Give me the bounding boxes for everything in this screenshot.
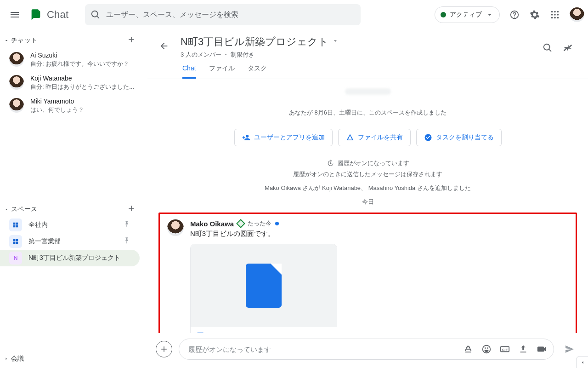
tab-tasks[interactable]: タスク (248, 64, 267, 79)
history-icon (327, 160, 334, 167)
gif-button[interactable]: GIF (497, 341, 513, 357)
apps-grid-icon (550, 10, 560, 20)
space-item[interactable]: 全社内 (0, 217, 140, 233)
tab-chat[interactable]: Chat (182, 64, 196, 79)
message-avatar[interactable] (167, 219, 184, 236)
spaces-section: スペース 全社内 第一営業部 N N町3丁目ビル新築プロジェクト (0, 200, 147, 268)
chats-header[interactable]: チャット (0, 33, 147, 48)
redacted-pill (345, 88, 391, 95)
svg-rect-15 (13, 242, 16, 244)
tab-files[interactable]: ファイル (209, 64, 235, 79)
svg-point-3 (551, 14, 553, 16)
share-file-button[interactable]: ファイルを共有 (338, 129, 411, 146)
document-icon (246, 264, 282, 308)
chat-name: Koji Watanabe (30, 74, 134, 83)
attachment-card[interactable]: drawing_20220510.afdesign (190, 244, 337, 333)
new-chat-button[interactable] (127, 35, 136, 46)
space-label: 第一営業部 (28, 237, 117, 246)
message-time: たった今 (248, 219, 271, 228)
history-on-header: 履歴がオンになっています (327, 159, 409, 167)
chat-item[interactable]: Miki Yamamotoはい、何でしょう？ (0, 94, 147, 117)
highlighted-message: Mako Oikawa たった今 N町3丁目ビルの図面です。 (158, 213, 577, 333)
arrow-left-icon (159, 41, 169, 51)
space-subtitle: 3 人のメンバー ・ 制限付き (181, 51, 531, 59)
space-icon (9, 218, 22, 231)
send-button[interactable] (560, 340, 579, 358)
space-header: N町3丁目ビル新築プロジェクト 3 人のメンバー ・ 制限付き (147, 29, 588, 59)
chevron-down-icon (486, 11, 494, 19)
search-bar[interactable] (85, 4, 361, 25)
main-layout: チャット Ai Suzuki自分: お疲れ様です。今いいですか？ Koji Wa… (0, 29, 588, 368)
search-icon (90, 10, 101, 20)
composer-input-wrap: GIF (179, 339, 554, 360)
space-item-active[interactable]: N N町3丁目ビル新築プロジェクト (0, 250, 140, 266)
chats-section: チャット Ai Suzuki自分: お疲れ様です。今いいですか？ Koji Wa… (0, 31, 147, 119)
unread-dot-icon (275, 222, 279, 225)
side-panel-toggle[interactable] (576, 356, 588, 368)
svg-text:GIF: GIF (502, 348, 508, 352)
svg-rect-14 (16, 239, 18, 242)
add-users-button[interactable]: ユーザーとアプリを追加 (234, 129, 333, 146)
message-author: Mako Oikawa (190, 220, 234, 228)
app-name: Chat (47, 9, 68, 21)
assign-task-button[interactable]: タスクを割り当てる (416, 129, 502, 146)
svg-point-0 (551, 11, 553, 13)
account-avatar[interactable] (570, 7, 584, 22)
format-button[interactable] (460, 341, 476, 357)
help-button[interactable] (505, 6, 524, 24)
space-menu-button[interactable] (332, 38, 339, 46)
upload-icon (518, 344, 528, 354)
svg-point-5 (557, 14, 559, 16)
chevron-right-icon (4, 356, 9, 362)
chat-logo-icon (29, 8, 42, 21)
space-icon: N (9, 252, 22, 264)
svg-rect-9 (13, 223, 16, 225)
meetings-header[interactable]: 会議 (0, 351, 147, 366)
new-space-button[interactable] (127, 204, 136, 215)
svg-rect-10 (16, 223, 18, 225)
search-icon (543, 43, 553, 53)
status-active-dot (441, 12, 446, 17)
svg-rect-12 (16, 225, 18, 228)
message-text: N町3丁目ビルの図面です。 (190, 230, 568, 238)
avatar (9, 98, 24, 113)
plus-icon (159, 345, 169, 354)
date-divider: 今日 (362, 198, 374, 206)
settings-button[interactable] (526, 6, 544, 24)
spaces-header[interactable]: スペース (0, 202, 147, 217)
chats-label: チャット (11, 36, 127, 45)
app-logo[interactable]: Chat (29, 8, 68, 21)
space-icon (9, 235, 22, 248)
space-item[interactable]: 第一営業部 (0, 233, 140, 250)
sidebar: チャット Ai Suzuki自分: お疲れ様です。今いいですか？ Koji Wa… (0, 29, 147, 368)
video-button[interactable] (533, 341, 550, 357)
collapse-icon (563, 43, 573, 53)
back-button[interactable] (155, 37, 173, 55)
status-selector[interactable]: アクティブ (435, 6, 500, 23)
upload-button[interactable] (515, 341, 531, 357)
svg-point-1 (554, 11, 556, 13)
document-icon (197, 333, 206, 333)
apps-button[interactable] (546, 6, 564, 24)
chat-item[interactable]: Koji Watanabe自分: 昨日はありがとうございました... (0, 71, 147, 94)
plus-icon (127, 204, 136, 213)
conversation-scroll[interactable]: あなたが 8月6日、土曜日に、このスペースを作成しました ユーザーとアプリを追加… (147, 79, 588, 333)
drive-icon (346, 133, 354, 142)
search-input[interactable] (106, 11, 355, 19)
chat-preview: 自分: 昨日はありがとうございました... (30, 83, 134, 91)
emoji-button[interactable] (478, 341, 495, 357)
composer-plus-button[interactable] (156, 341, 172, 357)
collapse-button[interactable] (559, 39, 577, 57)
onboarding-actions: ユーザーとアプリを追加 ファイルを共有 タスクを割り当てる (234, 129, 502, 146)
chat-item[interactable]: Ai Suzuki自分: お疲れ様です。今いいですか？ (0, 48, 147, 71)
svg-point-2 (557, 11, 559, 13)
composer-input[interactable] (188, 345, 460, 353)
svg-point-4 (554, 14, 556, 16)
search-in-space-button[interactable] (538, 39, 557, 57)
avatar (9, 75, 24, 90)
hamburger-icon (9, 9, 20, 20)
main-menu-button[interactable] (4, 4, 26, 26)
chevron-down-icon (4, 207, 9, 212)
chevron-down-icon (4, 38, 9, 43)
text-format-icon (463, 344, 473, 354)
